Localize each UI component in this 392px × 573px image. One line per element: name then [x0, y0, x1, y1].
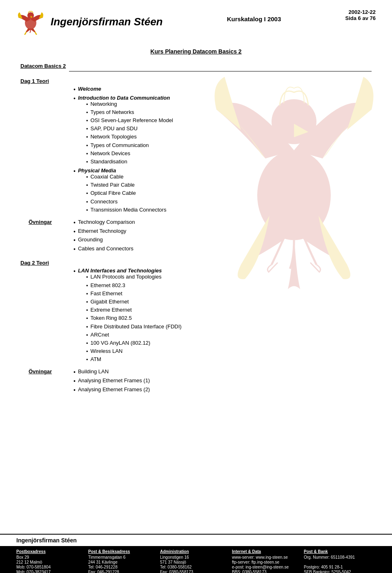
list-item: Extreme Ethernet: [86, 307, 182, 314]
footer-col-postal: Post & Besöksadress Timmermansgatan 6 24…: [88, 549, 160, 573]
list-item: Grounding: [74, 236, 135, 245]
item-text: Grounding: [78, 236, 103, 243]
dag1-section: Dag 1 Teori Welcome Introduction to Data…: [20, 78, 372, 254]
list-item: Cables and Connectors: [74, 245, 135, 254]
list-item: Analysing Ethernet Frames (1): [74, 377, 150, 386]
list-item: Standardisation: [86, 158, 173, 166]
list-item: Connectors: [86, 198, 167, 206]
item-text: Wireless LAN: [90, 348, 122, 354]
catalog-label: Kurskatalog I 2003: [227, 16, 281, 22]
list-item: Introduction to Data Communication Netwo…: [74, 95, 173, 167]
item-text: Analysing Ethernet Frames (2): [78, 386, 150, 392]
item-text: Introduction to Data Communication: [78, 95, 170, 101]
footer-line: Timmermansgatan 6: [88, 555, 160, 560]
list-item: Network Topologies: [86, 134, 173, 141]
sub-list: LAN Protocols and Topologies Ethernet 80…: [86, 274, 182, 363]
footer-company-name: Ingenjörsfirman Stéen: [0, 535, 392, 546]
dag2-ovningar-label: Övningar: [29, 368, 52, 375]
item-text: Optical Fibre Cable: [90, 190, 136, 196]
dag1-ovningar: Övningar Technology Comparison Ethernet …: [29, 219, 372, 254]
list-item: Twisted Pair Cable: [86, 182, 167, 189]
list-item: Networking: [86, 101, 173, 108]
item-text: Technology Comparison: [78, 219, 135, 225]
item-text: Cables and Connectors: [78, 245, 134, 252]
list-item: Building LAN: [74, 368, 150, 377]
dag2-ovningar-items: Building LAN Analysing Ethernet Frames (…: [74, 368, 150, 395]
header-date: 2002-12-22: [345, 9, 376, 15]
item-text: Networking: [90, 101, 117, 107]
footer-col-bank: Post & Bank Org. Nummer: 651108-4391 Pos…: [304, 549, 376, 573]
list-item: Types of Communication: [86, 142, 173, 149]
list-item: Token Ring 802.5: [86, 315, 182, 322]
list-item: Ethernet 802.3: [86, 282, 182, 290]
footer-line: Tel: 046-291228: [88, 565, 160, 569]
item-text: Ethernet Technology: [78, 228, 126, 234]
list-item: Ethernet Technology: [74, 228, 135, 236]
main-content: Kurs Planering Datacom Basics 2 Datacom …: [0, 40, 392, 403]
list-item: Physical Media Coaxial Cable Twisted Pai…: [74, 167, 173, 215]
footer-line: [304, 560, 376, 564]
item-text: SAP, PDU and SDU: [90, 125, 137, 132]
item-text: Ethernet 802.3: [90, 282, 125, 288]
item-text: Network Topologies: [90, 134, 136, 140]
footer-col-title: Internet & Data: [232, 549, 304, 554]
list-item: Welcome: [74, 86, 173, 94]
item-text: ARCnet: [90, 332, 109, 338]
header-left: Ingenjörsfirman Stéen: [16, 7, 163, 36]
list-item: Technology Comparison: [74, 219, 135, 227]
eagle-logo-icon: [16, 7, 45, 36]
dag2-ovningar: Övningar Building LAN Analysing Ethernet…: [29, 368, 372, 395]
footer-col-postbox: Postboxadress Box 29 212 12 Malmö Mob: 0…: [16, 549, 88, 573]
item-text: OSI Seven-Layer Reference Model: [90, 117, 173, 123]
list-item: Types of Networks: [86, 109, 173, 116]
footer-line: 244 31 Kävlinge: [88, 560, 160, 564]
list-item: 100 VG AnyLAN (802.12): [86, 340, 182, 347]
dag1-items: Welcome Introduction to Data Communicati…: [74, 86, 173, 216]
footer-line: SEB Bankgiro: 5255-5042: [304, 570, 376, 573]
dag2-items: LAN Interfaces and Technologies LAN Prot…: [74, 268, 182, 365]
footer-line: Mob: 070-5851804: [16, 565, 88, 569]
list-item: Optical Fibre Cable: [86, 190, 167, 197]
item-text: Extreme Ethernet: [90, 307, 131, 313]
item-text: Twisted Pair Cable: [90, 182, 134, 188]
footer-details: Postboxadress Box 29 212 12 Malmö Mob: 0…: [0, 546, 392, 573]
item-text: Welcome: [78, 86, 101, 92]
list-item: Wireless LAN: [86, 348, 182, 355]
footer-line: 212 12 Malmö: [16, 560, 88, 564]
sub-list: Coaxial Cable Twisted Pair Cable Optical…: [86, 174, 167, 214]
item-text: 100 VG AnyLAN (802.12): [90, 340, 150, 346]
list-item: Gigabit Ethernet: [86, 299, 182, 306]
item-text: Analysing Ethernet Frames (1): [78, 377, 150, 383]
footer-col-title: Post & Bank: [304, 549, 376, 554]
footer-line: ftp-server: ftp.ing-steen.se: [232, 560, 304, 564]
item-text: Standardisation: [90, 158, 127, 165]
list-item: Analysing Ethernet Frames (2): [74, 386, 150, 395]
footer-line: www-server: www.ing-steen.se: [232, 555, 304, 560]
footer-col-title: Administration: [160, 549, 232, 554]
item-text: Types of Communication: [90, 142, 149, 148]
item-text: Gigabit Ethernet: [90, 299, 129, 305]
list-item: OSI Seven-Layer Reference Model: [86, 117, 173, 125]
item-text: Building LAN: [78, 368, 109, 375]
footer-col-admin: Administration Lingonstigen 16 571 37 Nä…: [160, 549, 232, 573]
footer-line: 571 37 Nässjö: [160, 560, 232, 564]
footer-line: Fax: 046-291228: [88, 570, 160, 573]
footer-line: BBS: 0380-558173: [232, 570, 304, 573]
item-text: LAN Protocols and Topologies: [90, 274, 161, 280]
sub-list: Networking Types of Networks OSI Seven-L…: [86, 101, 173, 166]
dag2-label: Dag 2 Teori: [20, 260, 372, 266]
list-item: ARCnet: [86, 332, 182, 339]
page-header: Ingenjörsfirman Stéen Kurskatalog I 2003…: [0, 0, 392, 40]
item-text: Transmission Media Connectors: [90, 207, 166, 213]
footer-line: Lingonstigen 16: [160, 555, 232, 560]
section-title: Datacom Basics 2: [20, 63, 66, 69]
footer-line: e-post: ing-steen@ing-steen.se: [232, 565, 304, 569]
page-footer: Ingenjörsfirman Stéen Postboxadress Box …: [0, 534, 392, 573]
item-text: ATM: [90, 356, 101, 362]
item-text: Fibre Distributed Data Interface (FDDI): [90, 323, 181, 330]
list-item: SAP, PDU and SDU: [86, 125, 173, 133]
footer-line: Postgiro: 405 91 28-1: [304, 565, 376, 569]
list-item: ATM: [86, 356, 182, 363]
dag1-ovningar-label: Övningar: [29, 219, 52, 225]
company-name: Ingenjörsfirman Stéen: [51, 16, 163, 28]
